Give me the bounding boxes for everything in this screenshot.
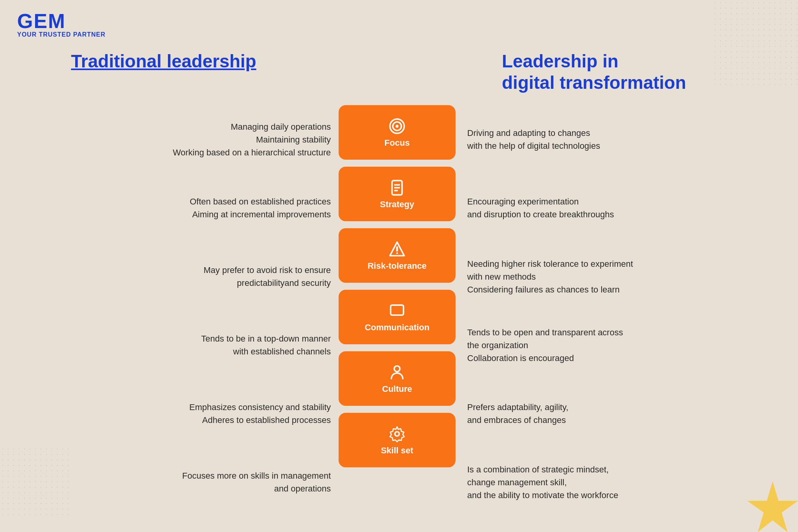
left-text-communication: Tends to be in a top-down mannerwith est…	[23, 311, 331, 379]
right-header: Leadership indigital transformation	[502, 51, 767, 93]
gear-icon	[388, 425, 406, 442]
card-focus: Focus	[339, 105, 455, 160]
right-column: Driving and adapting to changeswith the …	[455, 105, 775, 532]
svg-point-10	[396, 252, 398, 254]
svg-point-13	[395, 432, 399, 436]
svg-point-3	[395, 125, 398, 128]
left-text-skillset: Focuses more on skills in managementand …	[23, 448, 331, 516]
card-risk-label: Risk-tolerance	[367, 261, 427, 271]
target-icon	[388, 118, 406, 135]
card-strategy: Strategy	[339, 167, 455, 221]
left-column: Managing daily operationsMaintaining sta…	[23, 105, 339, 532]
right-section-title: Leadership indigital transformation	[502, 51, 767, 93]
card-communication-label: Communication	[365, 322, 429, 333]
document-icon	[388, 179, 406, 196]
right-text-strategy: Encouraging experimentationand disruptio…	[467, 174, 775, 242]
logo-tagline-text: YOUR TRUSTED PARTNER	[17, 31, 106, 38]
logo-gem-text: GEM	[17, 11, 106, 31]
card-strategy-label: Strategy	[380, 199, 414, 210]
content-area: Managing daily operationsMaintaining sta…	[0, 105, 798, 532]
card-culture-label: Culture	[382, 384, 412, 394]
center-column: Focus Strategy Risk-toleran	[339, 105, 455, 483]
card-focus-label: Focus	[385, 138, 410, 148]
left-section-title: Traditional leadership	[31, 51, 296, 72]
right-text-skillset: Is a combination of strategic mindset,ch…	[467, 448, 775, 516]
main-container: Traditional leadership Leadership indigi…	[0, 51, 798, 532]
card-culture: Culture	[339, 351, 455, 406]
right-text-culture: Prefers adaptability, agility,and embrac…	[467, 379, 775, 448]
right-text-risk: Needing higher risk tolerance to experim…	[467, 242, 775, 311]
card-communication: Communication	[339, 290, 455, 344]
svg-rect-11	[391, 305, 404, 315]
card-risk: Risk-tolerance	[339, 228, 455, 283]
logo: GEM YOUR TRUSTED PARTNER	[17, 11, 106, 38]
headers-row: Traditional leadership Leadership indigi…	[0, 51, 798, 93]
warning-icon	[388, 241, 406, 258]
right-text-focus: Driving and adapting to changeswith the …	[467, 105, 775, 174]
left-text-strategy: Often based on established practicesAimi…	[23, 174, 331, 242]
left-text-focus: Managing daily operationsMaintaining sta…	[23, 105, 331, 174]
left-text-culture: Emphasizes consistency and stabilityAdhe…	[23, 379, 331, 448]
right-text-communication: Tends to be open and transparent acrosst…	[467, 311, 775, 379]
person-icon	[388, 364, 406, 381]
card-skillset: Skill set	[339, 413, 455, 467]
left-header: Traditional leadership	[31, 51, 296, 72]
chat-icon	[388, 302, 406, 319]
svg-point-12	[394, 366, 400, 372]
card-skillset-label: Skill set	[381, 446, 413, 456]
left-text-risk: May prefer to avoid risk to ensurepredic…	[23, 242, 331, 311]
